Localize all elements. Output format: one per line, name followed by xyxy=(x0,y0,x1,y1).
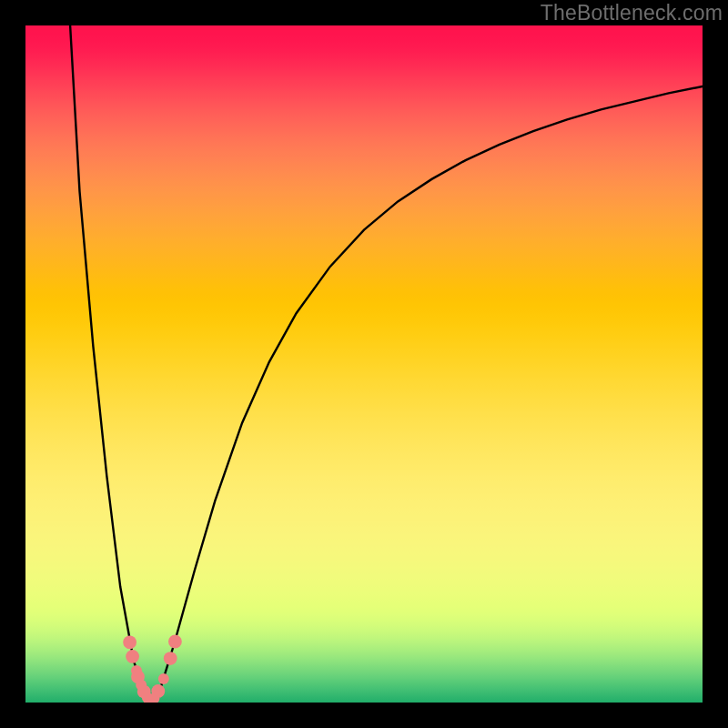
marker-dot xyxy=(151,684,165,698)
marker-dot xyxy=(126,650,139,663)
chart-frame: TheBottleneck.com xyxy=(0,0,728,728)
marker-dot xyxy=(123,635,136,649)
watermark-text: TheBottleneck.com xyxy=(541,1,723,25)
marker-dot xyxy=(168,635,182,649)
plot-area xyxy=(25,25,703,703)
curve-markers xyxy=(25,25,703,703)
marker-dot xyxy=(158,673,169,684)
marker-dot xyxy=(164,652,177,665)
